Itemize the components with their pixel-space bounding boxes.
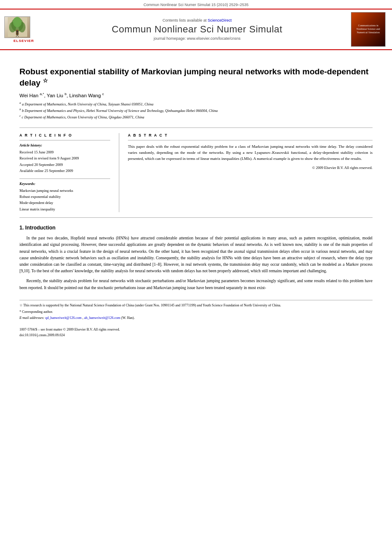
thumbnail-text: Communications in Nonlinear Science and …	[356, 23, 381, 35]
available-date: Available online 25 September 2009	[19, 168, 110, 174]
footnote-section: ☆ This research is supported by the Nati…	[19, 300, 373, 321]
affil-c-text: c Department of Mathematics, Ocean Unive…	[22, 115, 144, 119]
star-icon: ☆	[43, 77, 48, 84]
elsevier-tree-image	[4, 16, 30, 38]
top-citation: Commun Nonlinear Sci Numer Simulat 15 (2…	[0, 0, 392, 9]
contents-text: Contents lists available at	[163, 18, 207, 22]
journal-thumbnail: Communications in Nonlinear Science and …	[351, 12, 388, 47]
journal-title-center: Contents lists available at ScienceDirec…	[43, 18, 351, 41]
revised-date: Received in revised form 9 August 2009	[19, 155, 110, 161]
svg-point-5	[13, 17, 22, 27]
authors-line: Wei Han a,*, Yan Liu b, Linshan Wang c	[19, 92, 373, 98]
email-link-2[interactable]: ah_hanweiweit@126.com	[84, 316, 121, 320]
star-footnote-text: ☆ This research is supported by the Nati…	[19, 303, 281, 307]
column-divider	[119, 133, 119, 213]
email-label-text: E-mail addresses:	[19, 316, 45, 320]
introduction-section: 1. Introduction In the past two decades,…	[19, 225, 373, 291]
article-info-column: A R T I C L E I N F O Article history: R…	[19, 133, 110, 213]
page: Commun Nonlinear Sci Numer Simulat 15 (2…	[0, 0, 392, 535]
email1-text: qd_hanweiweit@126.com	[45, 316, 82, 320]
affiliations: a a Department of Mathematics, North Uni…	[19, 101, 373, 121]
journal-main-title: Commun Nonlinear Sci Numer Simulat	[43, 24, 351, 35]
sciencedirect-link[interactable]: ScienceDirect	[208, 18, 232, 22]
abstract-text: This paper deals with the robust exponen…	[128, 144, 373, 162]
star-footnote: ☆ This research is supported by the Nati…	[19, 303, 373, 309]
keyword-2: Robust exponential stability	[19, 194, 110, 200]
intro-body: In the past two decades, Hopfield neural…	[19, 235, 373, 291]
history-label: Article history:	[19, 143, 110, 147]
authors-text: Wei Han a,*, Yan Liu b, Linshan Wang c	[19, 93, 104, 98]
intro-heading: 1. Introduction	[19, 225, 373, 231]
copyright-line: © 2009 Elsevier B.V. All rights reserved…	[128, 166, 373, 170]
doi-line: doi:10.1016/j.cnsns.2009.09.024	[19, 333, 373, 338]
accepted-date: Accepted 20 September 2009	[19, 162, 110, 168]
email-link-1[interactable]: qd_hanweiweit@126.com	[45, 316, 83, 320]
affiliation-a: a a Department of Mathematics, North Uni…	[19, 101, 373, 107]
email-suffix: (W. Han).	[121, 316, 134, 320]
homepage-line: journal homepage: www.elsevier.com/locat…	[43, 36, 351, 41]
elsevier-logo: ELSEVIER	[4, 16, 43, 43]
keywords-label: Keywords:	[19, 182, 110, 186]
affil-b-text: b Department of Mathematics and Physics,…	[22, 108, 218, 113]
sciencedirect-text: ScienceDirect	[208, 18, 232, 22]
article-title: Robust exponential stability of Markovia…	[19, 67, 373, 89]
keywords-list: Markovian jumping neural networks Robust…	[19, 188, 110, 213]
corresponding-note: * Corresponding author.	[19, 309, 373, 315]
citation-text: Commun Nonlinear Sci Numer Simulat 15 (2…	[143, 3, 249, 7]
article-body: Robust exponential stability of Markovia…	[0, 50, 392, 347]
received-date: Received 15 June 2009	[19, 149, 110, 155]
email-label: E-mail addresses:	[19, 316, 45, 320]
abstract-heading: A B S T R A C T	[128, 133, 373, 137]
title-text: Robust exponential stability of Markovia…	[19, 67, 369, 87]
keyword-3: Mode-dependent delay	[19, 200, 110, 206]
affiliation-c: c c Department of Mathematics, Ocean Uni…	[19, 114, 373, 120]
svg-point-6	[16, 31, 18, 32]
issn-line: 1007-5704/$ – see front matter © 2009 El…	[19, 327, 373, 333]
affil-a-text: a Department of Mathematics, North Unive…	[22, 102, 153, 106]
email2-text: ah_hanweiweit@126.com	[84, 316, 121, 320]
article-info-heading: A R T I C L E I N F O	[19, 133, 110, 137]
corresponding-text: * Corresponding author.	[19, 310, 53, 314]
elsevier-tree-svg	[6, 15, 29, 39]
journal-header: ELSEVIER Contents lists available at Sci…	[0, 9, 392, 50]
article-info-abstract: A R T I C L E I N F O Article history: R…	[19, 127, 373, 218]
email-line: E-mail addresses: qd_hanweiweit@126.com …	[19, 315, 373, 321]
elsevier-wordmark: ELSEVIER	[4, 39, 43, 43]
contents-line: Contents lists available at ScienceDirec…	[43, 18, 351, 22]
affiliation-b: b b Department of Mathematics and Physic…	[19, 107, 373, 114]
keyword-1: Markovian jumping neural networks	[19, 188, 110, 194]
journal-cover-image: Communications in Nonlinear Science and …	[351, 12, 386, 47]
doi-section: 1007-5704/$ – see front matter © 2009 El…	[19, 327, 373, 338]
history-dates: Received 15 June 2009 Received in revise…	[19, 149, 110, 174]
keyword-4: Linear matrix inequality	[19, 206, 110, 212]
intro-para-1: In the past two decades, Hopfield neural…	[19, 235, 373, 274]
intro-para-2: Recently, the stability analysis problem…	[19, 278, 373, 291]
abstract-column: A B S T R A C T This paper deals with th…	[128, 133, 373, 213]
